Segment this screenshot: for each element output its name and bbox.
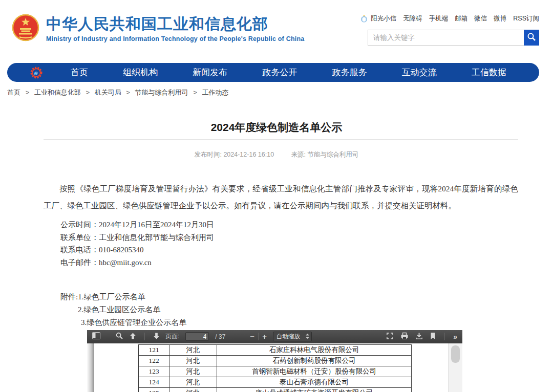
quick-link-weibo[interactable]: 微博 bbox=[494, 14, 506, 23]
toolbar-separator bbox=[258, 333, 259, 340]
cell-province: 河北 bbox=[169, 377, 217, 388]
contact-email: 电子邮件：hbc@miit.gov.cn bbox=[60, 256, 214, 269]
article-paragraph: 按照《绿色工厂梯度培育及管理暂行办法》有关要求，经省级工业和信息化主管部门推荐及… bbox=[44, 180, 518, 214]
breadcrumb-home[interactable]: 首页 bbox=[7, 89, 20, 96]
cell-province: 河北 bbox=[169, 366, 217, 377]
cell-index: 124 bbox=[139, 377, 169, 388]
source: 来源: 节能与综合利用司 bbox=[291, 151, 359, 158]
download-button[interactable] bbox=[414, 331, 424, 342]
pdf-list-table: 121 河北 石家庄科林电气股份有限公司 122 河北 石药创新制药股份有限公司… bbox=[138, 344, 412, 392]
breadcrumb-separator: > bbox=[126, 89, 130, 96]
pdf-scrollbar[interactable] bbox=[448, 343, 462, 392]
search-input[interactable] bbox=[368, 30, 524, 46]
zoom-mode-value: 自动缩放 bbox=[276, 333, 300, 340]
quick-link-mobile[interactable]: 手机端 bbox=[429, 14, 449, 23]
page-label: 页面: bbox=[165, 332, 179, 341]
breadcrumb-current: 工作动态 bbox=[202, 89, 228, 96]
quick-links: 阳光小信 无障碍 手机端 邮箱 微信 微博 RSS订阅 bbox=[368, 14, 539, 23]
sidebar-toggle-icon bbox=[92, 332, 100, 341]
search-bar bbox=[368, 30, 539, 46]
pdf-toolbar-left: 页面: / 37 bbox=[91, 331, 225, 342]
nav-item-organization[interactable]: 组织机构 bbox=[123, 67, 158, 78]
bookmark-button[interactable] bbox=[429, 331, 437, 342]
table-row: 122 河北 石药创新制药股份有限公司 bbox=[139, 356, 412, 366]
select-spinner-icon bbox=[305, 332, 310, 341]
site-header: 中华人民共和国工业和信息化部 Ministry of Industry and … bbox=[0, 0, 553, 61]
magnifier-icon bbox=[527, 32, 536, 43]
national-emblem-icon bbox=[11, 13, 40, 44]
nav-item-gov-info[interactable]: 政务公开 bbox=[262, 67, 297, 78]
pdf-viewer: 页面: / 37 − + 自动缩放 bbox=[87, 330, 462, 392]
contact-phone: 联系电话：010-68205340 bbox=[60, 244, 214, 256]
nav-item-home[interactable]: 首页 bbox=[71, 67, 88, 78]
robot-mascot-icon bbox=[360, 14, 368, 23]
page-up-button[interactable] bbox=[128, 331, 138, 342]
gear-e-logo-icon: e bbox=[30, 66, 43, 79]
nav-item-interaction[interactable]: 互动交流 bbox=[402, 67, 437, 78]
attachment-link-1[interactable]: 附件:1.绿色工厂公示名单 bbox=[60, 291, 186, 303]
nav-item-miit-data[interactable]: 工信数据 bbox=[472, 67, 506, 78]
header-right: 阳光小信 无障碍 手机端 邮箱 微信 微博 RSS订阅 bbox=[368, 14, 539, 46]
presentation-mode-button[interactable] bbox=[385, 331, 395, 342]
toolbar-separator bbox=[144, 333, 145, 340]
search-button[interactable] bbox=[524, 30, 539, 46]
page-up-arrow-icon bbox=[129, 332, 137, 341]
more-tools-button[interactable]: » bbox=[452, 332, 458, 342]
breadcrumb-separator: > bbox=[193, 89, 197, 96]
breadcrumb-miit[interactable]: 工业和信息化部 bbox=[34, 89, 81, 96]
nav-item-news[interactable]: 新闻发布 bbox=[193, 67, 227, 78]
cell-index: 122 bbox=[139, 356, 169, 366]
pdf-toolbar: 页面: / 37 − + 自动缩放 bbox=[87, 330, 462, 343]
page-root: 中华人民共和国工业和信息化部 Ministry of Industry and … bbox=[0, 0, 553, 392]
attachment-link-2[interactable]: 2.绿色工业园区公示名单 bbox=[78, 303, 186, 316]
table-row: 125 河北 唐山鼎成通城市矿产资源开发有限公司 bbox=[139, 388, 412, 392]
quick-link-sunshine[interactable]: 阳光小信 bbox=[371, 14, 396, 23]
svg-text:e: e bbox=[34, 69, 38, 76]
table-row: 123 河北 首钢智新电磁材料（迁安）股份有限公司 bbox=[139, 366, 412, 377]
pdf-toolbar-right: » bbox=[385, 331, 458, 342]
quick-link-rss[interactable]: RSS订阅 bbox=[513, 14, 539, 23]
contact-block: 公示时间：2024年12月16日至2024年12月30日 联系单位：工业和信息化… bbox=[60, 219, 214, 269]
page-down-button[interactable] bbox=[152, 331, 161, 342]
pdf-scrollbar-thumb[interactable] bbox=[451, 345, 460, 363]
zoom-in-button[interactable]: + bbox=[261, 332, 268, 341]
quick-link-wechat[interactable]: 微信 bbox=[474, 14, 487, 23]
page-number-input[interactable] bbox=[185, 332, 209, 341]
cell-province: 河北 bbox=[169, 345, 217, 356]
bookmark-icon bbox=[430, 332, 436, 341]
page-total: / 37 bbox=[215, 333, 225, 340]
toolbar-separator bbox=[444, 333, 445, 340]
quick-link-mail[interactable]: 邮箱 bbox=[455, 14, 467, 23]
printer-icon bbox=[400, 332, 409, 341]
pdf-search-button[interactable] bbox=[115, 331, 124, 342]
breadcrumb-energy-dept[interactable]: 节能与综合利用司 bbox=[135, 89, 188, 96]
attachment-link-3[interactable]: 3.绿色供应链管理企业公示名单 bbox=[81, 316, 186, 329]
page-down-arrow-icon bbox=[153, 332, 160, 341]
breadcrumb: 首页 > 工业和信息化部 > 机关司局 > 节能与综合利用司 > 工作动态 bbox=[7, 88, 228, 97]
zoom-mode-select[interactable]: 自动缩放 bbox=[273, 332, 312, 341]
cell-index: 121 bbox=[139, 345, 169, 356]
nav-item-gov-service[interactable]: 政务服务 bbox=[332, 67, 367, 78]
contact-unit: 联系单位：工业和信息化部节能与综合利用司 bbox=[60, 231, 214, 244]
brand: 中华人民共和国工业和信息化部 Ministry of Industry and … bbox=[11, 13, 304, 44]
breadcrumb-separator: > bbox=[86, 89, 90, 96]
publish-time: 发布时间: 2024-12-16 16:10 bbox=[194, 151, 274, 158]
pdf-search-icon bbox=[116, 332, 123, 341]
pdf-page-area: 121 河北 石家庄科林电气股份有限公司 122 河北 石药创新制药股份有限公司… bbox=[87, 343, 462, 392]
breadcrumb-separator: > bbox=[26, 89, 30, 96]
zoom-out-button[interactable]: − bbox=[249, 332, 256, 341]
breadcrumb-departments[interactable]: 机关司局 bbox=[95, 89, 121, 96]
site-subtitle-en: Ministry of Industry and Information Tec… bbox=[46, 35, 304, 42]
cell-company: 泰山石膏承德有限公司 bbox=[217, 377, 412, 388]
main-nav: e 首页 组织机构 新闻发布 政务公开 政务服务 互动交流 工信数据 bbox=[7, 63, 539, 82]
article-title: 2024年度绿色制造名单公示 bbox=[0, 120, 553, 135]
contact-period: 公示时间：2024年12月16日至2024年12月30日 bbox=[60, 219, 214, 231]
print-button[interactable] bbox=[399, 331, 410, 342]
presentation-mode-icon bbox=[386, 332, 394, 341]
sidebar-toggle-button[interactable] bbox=[91, 331, 101, 342]
cell-index: 123 bbox=[139, 366, 169, 377]
table-row: 121 河北 石家庄科林电气股份有限公司 bbox=[139, 345, 412, 356]
attachments-block: 附件:1.绿色工厂公示名单 2.绿色工业园区公示名单 3.绿色供应链管理企业公示… bbox=[44, 291, 186, 329]
pdf-left-edge-strip bbox=[87, 343, 94, 392]
quick-link-accessibility[interactable]: 无障碍 bbox=[403, 14, 422, 23]
